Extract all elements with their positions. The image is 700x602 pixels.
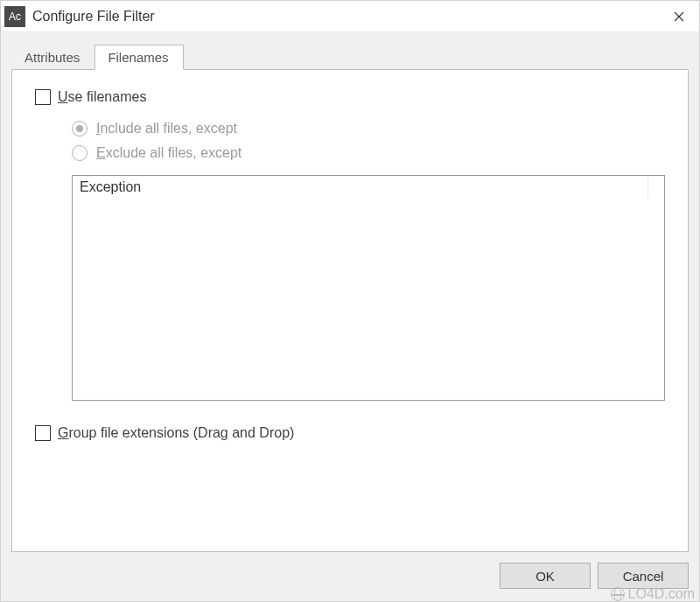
radio-exclude-label: Exclude all files, except (96, 145, 242, 161)
dialog-button-row: OK Cancel (1, 552, 699, 601)
group-extensions-label: Group file extensions (Drag and Drop) (58, 425, 294, 441)
titlebar: Ac Configure File Filter (1, 1, 699, 32)
ok-button[interactable]: OK (500, 563, 591, 589)
use-filenames-label: Use filenames (58, 89, 146, 105)
tab-panel-filenames: Use filenames Include all files, except … (11, 69, 689, 552)
radio-include-row: Include all files, except (72, 121, 665, 136)
use-filenames-checkbox[interactable] (35, 89, 51, 105)
group-extensions-row: Group file extensions (Drag and Drop) (35, 425, 665, 441)
group-extensions-checkbox[interactable] (35, 425, 51, 441)
tab-attributes[interactable]: Attributes (11, 45, 94, 69)
radio-include-label: Include all files, except (96, 121, 237, 136)
cancel-button[interactable]: Cancel (598, 563, 689, 589)
window-title: Configure File Filter (32, 9, 659, 24)
radio-include[interactable] (72, 121, 88, 136)
radio-exclude-row: Exclude all files, except (72, 145, 665, 161)
radio-exclude[interactable] (72, 145, 88, 161)
content-area: Attributes Filenames Use filenames Inclu… (1, 32, 699, 552)
close-icon (674, 11, 684, 22)
tab-filenames[interactable]: Filenames (94, 45, 183, 70)
dialog-window: Ac Configure File Filter Attributes File… (0, 0, 700, 602)
tabs-row: Attributes Filenames (11, 43, 689, 69)
use-filenames-row: Use filenames (35, 89, 665, 105)
close-button[interactable] (659, 1, 699, 32)
app-icon: Ac (4, 6, 25, 27)
filter-mode-radio-group: Include all files, except Exclude all fi… (72, 121, 665, 161)
exception-column-header: Exception (73, 176, 648, 199)
exception-list[interactable]: Exception (72, 175, 665, 401)
